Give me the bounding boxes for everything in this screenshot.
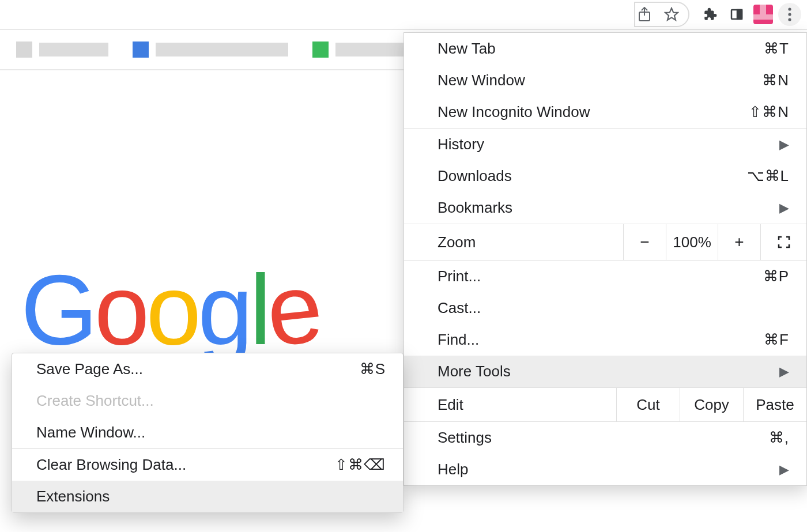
menu-item-label: New Window — [438, 71, 525, 89]
menu-shortcut: ⌘S — [360, 360, 386, 378]
menu-row-edit: Edit Cut Copy Paste — [404, 387, 806, 422]
menu-item-label: New Tab — [438, 40, 496, 58]
fullscreen-button[interactable] — [760, 224, 806, 260]
menu-item-history[interactable]: History ▶ — [404, 128, 806, 160]
zoom-in-button[interactable]: + — [718, 224, 760, 260]
menu-item-label: Print... — [438, 267, 481, 285]
chrome-menu-button[interactable] — [778, 3, 801, 26]
edit-copy-button[interactable]: Copy — [680, 388, 743, 421]
menu-item-label: Settings — [438, 429, 492, 447]
menu-shortcut: ⌘, — [769, 429, 789, 447]
menu-item-label: Bookmarks — [438, 199, 512, 217]
menu-item-save-page-as[interactable]: Save Page As... ⌘S — [12, 353, 403, 385]
menu-item-new-window[interactable]: New Window ⌘N — [404, 65, 806, 96]
submenu-arrow-icon: ▶ — [779, 462, 789, 477]
address-bar-end — [634, 2, 689, 27]
menu-item-label: Cast... — [438, 299, 481, 317]
submenu-arrow-icon: ▶ — [779, 201, 789, 216]
more-tools-submenu: Save Page As... ⌘S Create Shortcut... Na… — [12, 353, 404, 513]
svg-point-3 — [788, 7, 791, 10]
extensions-puzzle-icon[interactable] — [699, 3, 722, 26]
menu-item-extensions[interactable]: Extensions — [12, 481, 403, 512]
menu-shortcut: ⇧⌘N — [749, 103, 789, 121]
svg-point-5 — [788, 18, 791, 21]
menu-item-label: Save Page As... — [36, 360, 143, 378]
submenu-arrow-icon: ▶ — [779, 364, 789, 379]
bookmark-star-icon[interactable] — [662, 3, 680, 26]
edit-cut-button[interactable]: Cut — [616, 388, 680, 421]
menu-item-label: New Incognito Window — [438, 103, 590, 121]
zoom-value: 100% — [666, 224, 718, 260]
menu-shortcut: ⌘N — [762, 71, 789, 89]
menu-item-label: Find... — [438, 331, 479, 349]
menu-item-clear-browsing-data[interactable]: Clear Browsing Data... ⇧⌘⌫ — [12, 448, 403, 481]
menu-item-more-tools[interactable]: More Tools ▶ — [404, 356, 806, 387]
edit-paste-button[interactable]: Paste — [743, 388, 806, 421]
menu-item-find[interactable]: Find... ⌘F — [404, 324, 806, 356]
svg-point-4 — [788, 13, 791, 16]
menu-item-downloads[interactable]: Downloads ⌥⌘L — [404, 160, 806, 192]
menu-shortcut: ⌘F — [764, 331, 789, 349]
menu-item-name-window[interactable]: Name Window... — [12, 417, 403, 448]
profile-avatar[interactable] — [752, 3, 775, 26]
zoom-label: Zoom — [404, 224, 623, 260]
bookmark-item[interactable] — [16, 41, 108, 58]
menu-item-settings[interactable]: Settings ⌘, — [404, 422, 806, 454]
menu-item-label: Name Window... — [36, 424, 145, 442]
menu-item-bookmarks[interactable]: Bookmarks ▶ — [404, 192, 806, 224]
menu-shortcut: ⇧⌘⌫ — [335, 456, 386, 474]
google-logo: Google — [21, 252, 320, 367]
browser-toolbar — [0, 0, 807, 30]
side-panel-icon[interactable] — [725, 3, 748, 26]
menu-shortcut: ⌥⌘L — [747, 167, 789, 185]
menu-item-label: Clear Browsing Data... — [36, 456, 186, 474]
share-icon[interactable] — [635, 3, 653, 26]
menu-item-label: History — [438, 135, 484, 153]
chrome-main-menu: New Tab ⌘T New Window ⌘N New Incognito W… — [404, 32, 807, 486]
svg-rect-2 — [737, 10, 742, 19]
menu-item-create-shortcut: Create Shortcut... — [12, 385, 403, 417]
submenu-arrow-icon: ▶ — [779, 137, 789, 152]
menu-item-label: Help — [438, 461, 468, 478]
edit-label: Edit — [404, 388, 616, 421]
menu-item-cast[interactable]: Cast... — [404, 292, 806, 324]
menu-shortcut: ⌘P — [763, 267, 789, 285]
menu-item-help[interactable]: Help ▶ — [404, 454, 806, 485]
menu-item-print[interactable]: Print... ⌘P — [404, 261, 806, 292]
menu-item-new-tab[interactable]: New Tab ⌘T — [404, 33, 806, 65]
zoom-out-button[interactable]: − — [623, 224, 666, 260]
menu-item-new-incognito[interactable]: New Incognito Window ⇧⌘N — [404, 96, 806, 128]
menu-item-label: Downloads — [438, 167, 512, 185]
menu-item-label: More Tools — [438, 363, 511, 380]
menu-item-label: Extensions — [36, 488, 110, 505]
menu-shortcut: ⌘T — [764, 40, 789, 58]
menu-item-label: Create Shortcut... — [36, 392, 154, 410]
bookmark-item[interactable] — [133, 41, 288, 58]
menu-row-zoom: Zoom − 100% + — [404, 224, 806, 261]
